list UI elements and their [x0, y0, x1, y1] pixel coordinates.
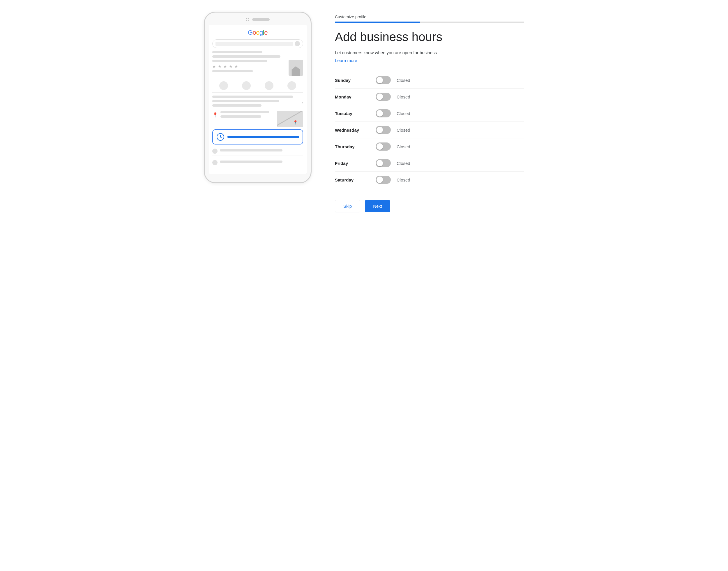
result-line-2 — [212, 70, 253, 72]
progress-empty — [420, 21, 525, 23]
map-line-1 — [221, 111, 269, 113]
day-row: ThursdayClosed — [335, 138, 524, 155]
day-name: Friday — [335, 161, 370, 166]
g3: o — [256, 29, 260, 36]
action-call-icon — [219, 81, 228, 90]
action-share-icon — [287, 81, 296, 90]
buttons-row: Skip Next — [335, 200, 524, 212]
day-toggle-friday[interactable] — [376, 159, 391, 167]
day-status: Closed — [397, 144, 410, 149]
skip-button[interactable]: Skip — [335, 200, 360, 212]
bottom-row-1 — [212, 147, 303, 156]
day-name: Wednesday — [335, 128, 370, 132]
store-building — [291, 65, 301, 76]
bottom-row-2 — [212, 158, 303, 167]
day-toggle-tuesday[interactable] — [376, 109, 391, 117]
chevron-icon: › — [302, 100, 303, 105]
day-name: Thursday — [335, 144, 370, 149]
result-line-1 — [212, 60, 267, 62]
action-direction-icon — [242, 81, 251, 90]
progress-filled — [335, 21, 420, 23]
next-button[interactable]: Next — [365, 200, 390, 212]
phone-bottom-lines — [212, 147, 303, 167]
highlight-hours-box — [212, 129, 303, 144]
right-panel: Customize profile Add business hours Let… — [335, 12, 524, 212]
day-status: Closed — [397, 128, 410, 132]
info-line-3 — [212, 104, 262, 107]
store-icon — [289, 60, 303, 76]
day-status: Closed — [397, 178, 410, 183]
action-icons-row — [212, 79, 303, 93]
g1: G — [248, 29, 253, 36]
progress-bar — [335, 21, 524, 23]
step-header: Customize profile — [335, 15, 524, 23]
bottom-line-1 — [220, 149, 282, 151]
day-name: Sunday — [335, 78, 370, 83]
phone-bottom-web-icon — [212, 160, 217, 165]
search-bar — [212, 39, 303, 48]
day-toggle-thursday[interactable] — [376, 142, 391, 151]
stars: ★ ★ ★ ★ ★ — [212, 64, 286, 69]
day-name: Saturday — [335, 178, 370, 183]
day-status: Closed — [397, 94, 410, 99]
day-row: SaturdayClosed — [335, 172, 524, 188]
result-block: ★ ★ ★ ★ ★ — [212, 60, 303, 76]
description: Let customers know when you are open for… — [335, 50, 524, 55]
day-row: TuesdayClosed — [335, 105, 524, 122]
day-name: Tuesday — [335, 111, 370, 116]
phone-outer: Google ★ ★ ★ ★ ★ — [204, 12, 312, 183]
info-line-2 — [212, 100, 279, 102]
info-line-1 — [212, 96, 293, 98]
day-row: WednesdayClosed — [335, 122, 524, 138]
learn-more-link[interactable]: Learn more — [335, 58, 357, 63]
map-thumbnail: 📍 — [277, 111, 303, 127]
day-row: SundayClosed — [335, 72, 524, 89]
map-pin-icon: 📍 — [212, 112, 218, 118]
map-line-2 — [221, 115, 261, 118]
page-title: Add business hours — [335, 30, 524, 44]
clock-icon — [216, 133, 225, 141]
step-title: Customize profile — [335, 15, 524, 19]
result-text: ★ ★ ★ ★ ★ — [212, 60, 286, 76]
phone-camera — [246, 18, 249, 21]
hours-highlight-line — [228, 136, 299, 138]
phone-screen: Google ★ ★ ★ ★ ★ — [209, 25, 307, 174]
day-toggle-saturday[interactable] — [376, 176, 391, 184]
line-1 — [212, 51, 262, 53]
day-status: Closed — [397, 161, 410, 166]
google-logo: Google — [212, 29, 303, 36]
days-list: SundayClosedMondayClosedTuesdayClosedWed… — [335, 72, 524, 188]
chevron-row: › — [212, 96, 303, 109]
day-status: Closed — [397, 78, 410, 83]
map-location-pin: 📍 — [293, 120, 298, 125]
day-toggle-sunday[interactable] — [376, 76, 391, 84]
g4: g — [260, 29, 263, 36]
day-toggle-monday[interactable] — [376, 93, 391, 101]
map-section: 📍 📍 — [212, 111, 303, 127]
page-container: Google ★ ★ ★ ★ ★ — [204, 12, 524, 212]
day-name: Monday — [335, 94, 370, 99]
phone-bottom-call-icon — [212, 148, 217, 154]
phone-mockup: Google ★ ★ ★ ★ ★ — [204, 12, 312, 183]
phone-top-bar — [209, 18, 307, 21]
phone-speaker — [252, 18, 270, 21]
day-toggle-wednesday[interactable] — [376, 126, 391, 134]
day-row: MondayClosed — [335, 89, 524, 105]
action-save-icon — [265, 81, 273, 90]
day-row: FridayClosed — [335, 155, 524, 172]
g2: o — [253, 29, 256, 36]
line-2 — [212, 55, 280, 58]
g6: e — [264, 29, 268, 36]
search-icon — [295, 41, 300, 46]
bottom-line-2 — [220, 160, 282, 163]
day-status: Closed — [397, 111, 410, 116]
search-input-placeholder — [215, 42, 293, 46]
map-road — [277, 111, 303, 126]
